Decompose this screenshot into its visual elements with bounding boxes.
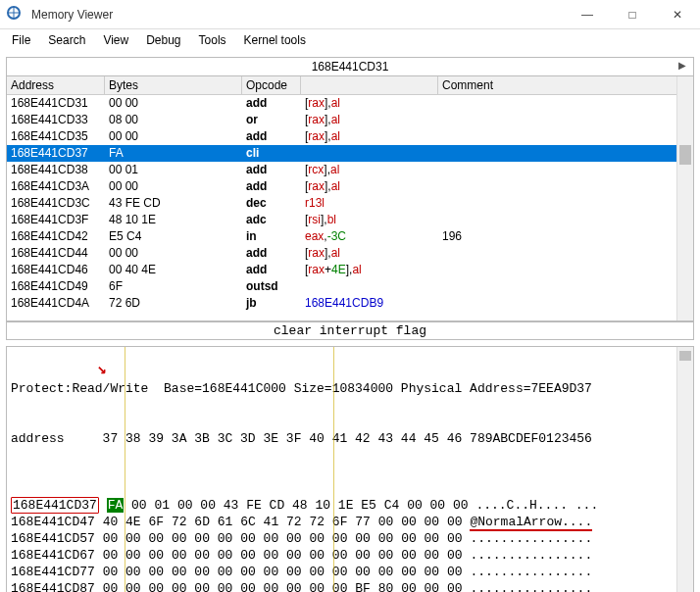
hex-byte: 00 — [194, 548, 210, 563]
row-bytes: FA — [105, 145, 242, 162]
hex-byte: 00 — [309, 531, 325, 546]
row-operand: [rax],al — [301, 128, 438, 145]
row-comment — [438, 212, 693, 228]
scrollbar-thumb[interactable] — [679, 145, 691, 165]
hex-byte: 00 — [148, 581, 164, 592]
row-bytes: 00 00 — [105, 95, 242, 112]
disasm-row[interactable]: 168E441CD4A72 6Djb168E441CDB9 — [7, 295, 693, 312]
row-opcode: add — [242, 178, 301, 195]
hex-byte: 00 — [401, 581, 417, 592]
row-comment — [438, 262, 693, 278]
header-address[interactable]: Address — [7, 76, 105, 94]
disasm-row[interactable]: 168E441CD42E5 C4ineax,-3C196 — [7, 228, 693, 245]
hex-byte: FE — [246, 498, 262, 513]
hex-row[interactable]: 168E441CD87 00 00 00 00 00 00 00 00 00 0… — [7, 580, 693, 592]
row-bytes: 48 10 1E — [105, 212, 242, 228]
header-comment[interactable]: Comment — [438, 76, 693, 94]
row-opcode: adc — [242, 212, 301, 228]
disasm-row[interactable]: 168E441CD4600 40 4Eadd[rax+4E],al — [7, 262, 693, 278]
menu-view[interactable]: View — [95, 31, 136, 49]
row-opcode: cli — [242, 145, 301, 162]
hex-byte: 00 — [332, 531, 348, 546]
hex-pane[interactable]: Protect:Read/Write Base=168E441C000 Size… — [6, 346, 694, 592]
header-opcode[interactable]: Opcode — [242, 76, 301, 94]
row-opcode: or — [242, 112, 301, 128]
hex-byte: 00 — [264, 531, 279, 546]
hex-byte: 00 — [240, 581, 256, 592]
hex-byte: 10 — [315, 498, 330, 513]
row-opcode: jb — [242, 295, 301, 312]
row-operand: [rcx],al — [301, 162, 438, 178]
hex-byte: E5 — [361, 498, 376, 513]
row-opcode: in — [242, 228, 301, 245]
hex-byte: 00 — [125, 581, 141, 592]
row-operand: [rax],al — [301, 95, 438, 112]
row-bytes: 00 01 — [105, 162, 242, 178]
window-maximize-button[interactable]: □ — [610, 0, 655, 29]
hex-byte: 41 — [264, 515, 279, 529]
hex-scrollbar[interactable] — [676, 347, 693, 592]
hex-byte: 00 — [240, 565, 256, 579]
scrollbar-thumb[interactable] — [679, 351, 691, 361]
menu-search[interactable]: Search — [40, 31, 93, 49]
hex-byte: 00 — [103, 565, 119, 579]
address-bar[interactable]: 168E441CD31 ▶ — [6, 57, 694, 76]
disassembly-pane[interactable]: Address Bytes Opcode Comment 168E441CD31… — [6, 76, 694, 321]
hex-row[interactable]: 168E441CD57 00 00 00 00 00 00 00 00 00 0… — [7, 530, 693, 547]
disasm-row[interactable]: 168E441CD37FAcli — [7, 145, 693, 162]
hex-byte: 00 — [407, 498, 423, 513]
hex-byte: 00 — [177, 498, 193, 513]
hex-byte: 01 — [154, 498, 170, 513]
hex-byte: 00 — [286, 548, 302, 563]
disasm-row[interactable]: 168E441CD3800 01add[rcx],al — [7, 162, 693, 178]
menu-tools[interactable]: Tools — [191, 31, 234, 49]
row-comment — [438, 278, 693, 295]
hex-byte: 00 — [103, 531, 119, 546]
disasm-row[interactable]: 168E441CD3F48 10 1Eadc[rsi],bl — [7, 212, 693, 228]
hex-byte: 80 — [378, 581, 394, 592]
hex-byte: 00 — [355, 565, 371, 579]
window-minimize-button[interactable]: — — [565, 0, 610, 29]
menu-file[interactable]: File — [4, 31, 38, 49]
hex-byte: 77 — [355, 515, 371, 529]
header-bytes[interactable]: Bytes — [105, 76, 242, 94]
address-bar-value: 168E441CD31 — [312, 60, 389, 74]
row-comment — [438, 245, 693, 262]
disasm-row[interactable]: 168E441CD3100 00add[rax],al — [7, 95, 693, 112]
disassembly-rows[interactable]: 168E441CD3100 00add[rax],al168E441CD3308… — [7, 95, 693, 312]
row-bytes: 00 00 — [105, 128, 242, 145]
disasm-row[interactable]: 168E441CD3A00 00add[rax],al — [7, 178, 693, 195]
disasm-row[interactable]: 168E441CD4400 00add[rax],al — [7, 245, 693, 262]
hex-row[interactable]: 168E441CD47 40 4E 6F 72 6D 61 6C 41 72 7… — [7, 514, 693, 530]
window-close-button[interactable]: ✕ — [655, 0, 700, 29]
hex-byte: 00 — [240, 531, 256, 546]
row-operand — [301, 145, 438, 162]
hex-byte: 00 — [332, 581, 348, 592]
disasm-row[interactable]: 168E441CD3C43 FE CDdecr13l — [7, 195, 693, 212]
hex-byte: 6C — [240, 515, 256, 529]
hex-byte: 48 — [292, 498, 308, 513]
app-icon — [6, 5, 25, 25]
disasm-row[interactable]: 168E441CD3308 00or[rax],al — [7, 112, 693, 128]
menu-debug[interactable]: Debug — [138, 31, 188, 49]
menu-kernel-tools[interactable]: Kernel tools — [236, 31, 314, 49]
hex-address: 168E441CD87 — [11, 581, 95, 592]
hex-row[interactable]: 168E441CD67 00 00 00 00 00 00 00 00 00 0… — [7, 547, 693, 564]
hex-byte: 72 — [309, 515, 325, 529]
hex-byte: 00 — [172, 565, 187, 579]
hex-byte: 6D — [194, 515, 210, 529]
hex-row[interactable]: 168E441CD77 00 00 00 00 00 00 00 00 00 0… — [7, 564, 693, 580]
row-address: 168E441CD33 — [7, 112, 105, 128]
disasm-row[interactable]: 168E441CD3500 00add[rax],al — [7, 128, 693, 145]
row-address: 168E441CD4A — [7, 295, 105, 312]
disasm-row[interactable]: 168E441CD496Foutsd — [7, 278, 693, 295]
hex-byte: 00 — [240, 548, 256, 563]
hex-row[interactable]: 168E441CD37 FA 00 01 00 00 43 FE CD 48 1… — [7, 497, 693, 514]
hex-protection-info: Protect:Read/Write Base=168E441C000 Size… — [7, 380, 693, 397]
row-comment — [438, 112, 693, 128]
row-address: 168E441CD3C — [7, 195, 105, 212]
hex-rows[interactable]: 168E441CD37 FA 00 01 00 00 43 FE CD 48 1… — [7, 497, 693, 592]
hex-byte: 00 — [447, 565, 463, 579]
disassembly-scrollbar[interactable] — [676, 76, 693, 321]
nav-forward-icon[interactable]: ▶ — [675, 60, 689, 74]
